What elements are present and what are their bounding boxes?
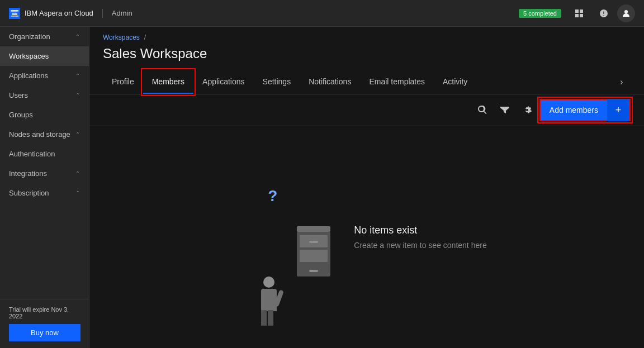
tab-activity[interactable]: Activity (434, 70, 476, 94)
cabinet-handle2 (309, 270, 318, 272)
chevron-down-icon: ⌃ (75, 190, 80, 196)
toolbar: Add members + (89, 94, 644, 126)
cabinet-handle1 (309, 241, 318, 243)
breadcrumb: Workspaces / (89, 27, 644, 41)
completed-badge: 5 completed (519, 9, 561, 18)
main-layout: Organization ⌃ Workspaces Applications ⌃… (0, 27, 644, 348)
cabinet-top (297, 226, 330, 232)
svg-rect-6 (580, 9, 583, 13)
empty-state: ? (89, 126, 644, 348)
empty-description: Create a new item to see content here (354, 241, 486, 250)
cabinet-figure (297, 232, 330, 277)
person-leg2 (268, 310, 273, 326)
cabinet-drawer1 (300, 235, 328, 247)
sidebar-label-users: Users (9, 91, 75, 99)
tab-email-templates[interactable]: Email templates (360, 70, 434, 94)
content-area: Workspaces / Sales Workspace Profile Mem… (89, 27, 644, 348)
brand: IBM Aspera on Cloud Admin (9, 8, 132, 19)
svg-rect-8 (580, 14, 583, 17)
sidebar: Organization ⌃ Workspaces Applications ⌃… (0, 27, 89, 348)
sidebar-label-applications: Applications (9, 71, 75, 80)
sidebar-item-users[interactable]: Users ⌃ (0, 85, 89, 105)
add-members-plus-icon: + (607, 99, 629, 121)
sidebar-item-nodes-and-storage[interactable]: Nodes and storage ⌃ (0, 125, 89, 144)
brand-divider (102, 9, 103, 18)
svg-rect-3 (12, 14, 17, 15)
svg-rect-4 (11, 16, 18, 17)
settings-icon-btn[interactable] (517, 100, 537, 120)
breadcrumb-separator: / (144, 34, 146, 41)
sidebar-label-organization: Organization (9, 32, 75, 41)
page-title: Sales Workspace (89, 41, 644, 70)
topnav-right: 5 completed (519, 2, 635, 25)
cabinet-drawer2 (300, 250, 328, 262)
help-icon-btn[interactable] (593, 2, 615, 25)
tab-members[interactable]: Members (143, 70, 193, 94)
trial-text: Trial will expire Nov 3, 2022 (9, 306, 80, 320)
sidebar-item-subscription[interactable]: Subscription ⌃ (0, 183, 89, 203)
user-avatar[interactable] (617, 4, 635, 22)
empty-text: No items exist Create a new item to see … (354, 225, 486, 250)
sidebar-label-nodes-and-storage: Nodes and storage (9, 130, 75, 139)
chevron-down-icon: ⌃ (75, 131, 80, 137)
sidebar-label-integrations: Integrations (9, 169, 75, 178)
sidebar-label-authentication: Authentication (9, 150, 80, 158)
brand-text: IBM Aspera on Cloud (25, 9, 93, 17)
filter-icon-btn[interactable] (495, 100, 515, 120)
chevron-down-icon: ⌃ (75, 92, 80, 98)
chevron-down-icon: ⌃ (75, 73, 80, 79)
sidebar-label-workspaces: Workspaces (9, 52, 80, 60)
buy-now-button[interactable]: Buy now (9, 324, 80, 341)
tab-applications[interactable]: Applications (193, 70, 254, 94)
cabinet-body (297, 232, 330, 277)
sidebar-item-workspaces[interactable]: Workspaces (0, 46, 89, 66)
add-members-button[interactable]: Add members + (539, 99, 631, 121)
chevron-down-icon: ⌃ (75, 34, 80, 40)
svg-rect-7 (575, 14, 579, 17)
svg-rect-1 (11, 11, 18, 12)
sidebar-item-integrations[interactable]: Integrations ⌃ (0, 164, 89, 183)
ibm-logo-icon (9, 8, 20, 19)
topnav-left: IBM Aspera on Cloud Admin (9, 8, 132, 19)
add-members-label: Add members (541, 106, 607, 115)
chevron-down-icon: ⌃ (75, 170, 80, 177)
grid-icon-btn[interactable] (568, 2, 590, 25)
tab-notifications[interactable]: Notifications (300, 70, 360, 94)
sidebar-item-groups[interactable]: Groups (0, 105, 89, 125)
empty-illustration: ? (247, 193, 336, 282)
person-leg1 (261, 310, 267, 326)
sidebar-item-organization[interactable]: Organization ⌃ (0, 27, 89, 46)
tab-settings[interactable]: Settings (254, 70, 300, 94)
tab-profile[interactable]: Profile (103, 70, 143, 94)
person-head (263, 277, 274, 288)
sidebar-item-authentication[interactable]: Authentication (0, 144, 89, 164)
topnav: IBM Aspera on Cloud Admin 5 completed (0, 0, 644, 27)
person-body (261, 289, 277, 311)
sidebar-label-groups: Groups (9, 111, 80, 119)
empty-title: No items exist (354, 225, 486, 236)
sidebar-item-applications[interactable]: Applications ⌃ (0, 66, 89, 85)
svg-rect-5 (575, 9, 579, 13)
tabs-bar: Profile Members Applications Settings No… (89, 70, 644, 94)
admin-label: Admin (112, 9, 132, 17)
svg-rect-0 (11, 10, 18, 11)
sidebar-footer: Trial will expire Nov 3, 2022 Buy now (0, 299, 89, 348)
sidebar-label-subscription: Subscription (9, 189, 75, 197)
svg-rect-2 (12, 13, 17, 14)
tabs-more-icon[interactable]: › (613, 73, 631, 91)
search-icon-btn[interactable] (472, 100, 493, 120)
question-mark-icon: ? (268, 187, 277, 205)
breadcrumb-workspaces-link[interactable]: Workspaces (103, 34, 140, 41)
svg-point-9 (624, 10, 628, 13)
